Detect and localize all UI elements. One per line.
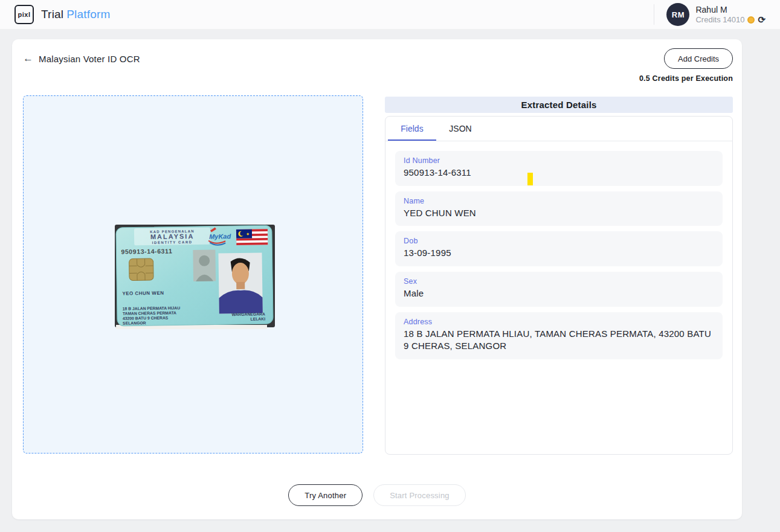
back-arrow-icon[interactable]: ← [23, 53, 33, 65]
user-meta: Rahul M Credits 14010 ⟳ [695, 5, 765, 25]
card-address-line2: TAMAN CHERAS PERMATA [123, 310, 176, 315]
malaysia-flag-icon: ✦ [236, 229, 268, 245]
credits-text: Credits 14010 [695, 15, 744, 25]
field-value: 950913-14-6311 [404, 167, 714, 179]
id-card-image: KAD PENGENALAN MALAYSIA IDENTITY CARD My… [115, 225, 275, 329]
image-upload-dropzone[interactable]: KAD PENGENALAN MALAYSIA IDENTITY CARD My… [23, 95, 363, 453]
card-header-line2: MALAYSIA [150, 232, 195, 240]
footer-actions: Try Another Start Processing [12, 484, 742, 506]
extracted-details-card: Fields JSON Id Number 950913-14-6311 Nam… [385, 116, 733, 455]
field-value: YED CHUN WEN [404, 207, 714, 220]
card-address-line1: 18 B JALAN PERMATA HIJAU [123, 306, 181, 310]
pixl-logo-icon[interactable]: pixl [15, 5, 34, 24]
card-address-line3: 43200 BATU 9 CHERAS [123, 316, 169, 321]
card-header-line3: IDENTITY CARD [152, 240, 193, 245]
header-divider [654, 4, 654, 25]
avatar-initials: RM [672, 10, 685, 19]
tab-json[interactable]: JSON [436, 117, 485, 141]
back-navigation[interactable]: ← Malaysian Voter ID OCR [23, 53, 140, 65]
coin-icon [747, 16, 755, 24]
field-value: 13-09-1995 [404, 247, 714, 260]
field-card-name: Name YED CHUN WEN [395, 191, 723, 226]
field-label: Name [404, 197, 714, 205]
card-id-number: 950913-14-6311 [121, 248, 172, 255]
credits-per-execution-label: 0.5 Credits per Execution [639, 74, 733, 83]
card-chip-icon [129, 258, 153, 281]
svg-text:✦: ✦ [246, 231, 250, 237]
field-card-address: Address 18 B JALAN PERMATA HLIAU, TAMAN … [395, 312, 723, 359]
logo-text: pixl [18, 11, 31, 18]
card-portrait-photo [218, 252, 262, 313]
id-card-graphic: KAD PENGENALAN MALAYSIA IDENTITY CARD My… [115, 225, 275, 329]
field-value: 18 B JALAN PERMATA HLIAU, TAMAN CHERAS P… [404, 328, 714, 353]
start-processing-button[interactable]: Start Processing [373, 484, 466, 506]
field-label: Dob [404, 237, 714, 245]
card-citizen-label: WARGANEGARA [231, 312, 265, 316]
brand-title: TrialPlatform [41, 8, 111, 21]
page-title: Malaysian Voter ID OCR [39, 54, 140, 64]
text-cursor-artifact [527, 173, 533, 185]
card-sex-label: LELAKI [250, 316, 265, 321]
brand-primary: Trial [41, 8, 63, 21]
card-name: YEO CHUN WEN [122, 290, 164, 296]
tabs-row: Fields JSON [385, 117, 732, 141]
mykad-logo-text: MyKad [209, 232, 231, 240]
card-address-line4: SELANGOR [123, 321, 146, 325]
field-label: Id Number [404, 156, 714, 165]
field-label: Address [404, 318, 714, 326]
field-card-id-number: Id Number 950913-14-6311 [395, 151, 723, 186]
fields-list: Id Number 950913-14-6311 Name YED CHUN W… [385, 141, 732, 374]
top-header: pixl TrialPlatform RM Rahul M Credits 14… [0, 0, 780, 29]
add-credits-button[interactable]: Add Credits [664, 48, 733, 69]
app-root: pixl TrialPlatform RM Rahul M Credits 14… [0, 0, 780, 532]
header-user-area: RM Rahul M Credits 14010 ⟳ [654, 3, 765, 26]
tab-fields[interactable]: Fields [388, 117, 436, 141]
field-value: Male [404, 287, 714, 300]
main-panel: ← Malaysian Voter ID OCR Add Credits 0.5… [12, 39, 742, 519]
field-card-sex: Sex Male [395, 272, 723, 307]
credits-row: Credits 14010 ⟳ [695, 15, 765, 25]
refresh-credits-icon[interactable]: ⟳ [758, 16, 765, 24]
field-label: Sex [404, 277, 714, 286]
card-ghost-photo [193, 250, 216, 282]
user-name: Rahul M [695, 5, 765, 15]
brand-secondary: Platform [66, 8, 110, 21]
avatar[interactable]: RM [666, 3, 689, 26]
try-another-button[interactable]: Try Another [288, 484, 363, 506]
field-card-dob: Dob 13-09-1995 [395, 231, 723, 266]
extracted-details-header: Extracted Details [385, 97, 733, 113]
